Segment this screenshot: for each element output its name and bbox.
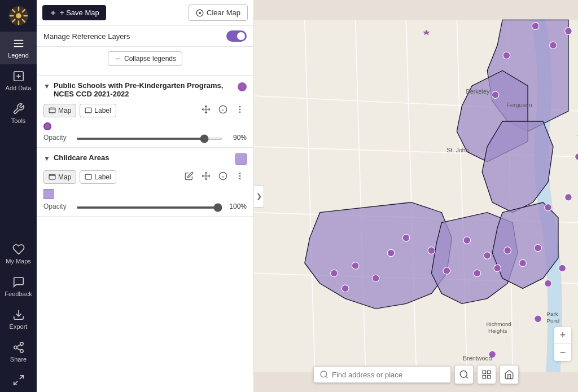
sidebar: Legend Add Data Tools My Maps Feedback E…: [0, 0, 37, 392]
panel-header: + Save Map Clear Map: [37, 0, 253, 26]
app-logo: [7, 5, 30, 27]
svg-point-85: [504, 247, 511, 254]
collapse-legends-row: Collapse legends: [37, 47, 253, 76]
layer-public-schools-more-button[interactable]: [233, 103, 247, 118]
home-button[interactable]: [500, 365, 519, 384]
layer-public-schools-title: Public Schools with Pre-Kindergarten Pro…: [54, 81, 234, 98]
svg-rect-121: [483, 376, 485, 378]
sidebar-item-export-label: Export: [10, 323, 28, 330]
opacity-slider-wrap: [76, 134, 222, 142]
map-area[interactable]: Halls Ferry Berkeley Ferguson Bellefonta…: [254, 0, 578, 392]
layer-childcare-controls: Map Label: [43, 169, 247, 184]
layer-public-schools-chevron[interactable]: ▼: [43, 82, 50, 90]
svg-point-83: [484, 252, 491, 259]
sidebar-item-add-data-label: Add Data: [6, 85, 32, 91]
opacity-label: Opacity: [43, 134, 72, 142]
sidebar-item-tools-label: Tools: [11, 117, 26, 124]
layer-childcare-more-button[interactable]: [233, 169, 247, 184]
sidebar-item-share[interactable]: Share: [0, 336, 37, 368]
polygon-symbol: [43, 189, 54, 199]
layer-childcare-label-tab[interactable]: Label: [80, 170, 116, 184]
collapse-legends-button[interactable]: Collapse legends: [108, 51, 182, 66]
sidebar-item-feedback[interactable]: Feedback: [0, 270, 37, 303]
clear-icon: [196, 9, 204, 17]
layer-public-schools-map-tab[interactable]: Map: [43, 104, 76, 117]
svg-point-117: [460, 371, 467, 377]
svg-point-89: [545, 280, 552, 287]
svg-text:Heights: Heights: [488, 328, 507, 334]
svg-text:Pond: Pond: [546, 318, 559, 324]
svg-line-21: [16, 345, 20, 347]
sidebar-item-feedback-label: Feedback: [5, 290, 32, 297]
layer-public-schools-label-tab[interactable]: Label: [80, 104, 116, 117]
svg-point-82: [463, 237, 471, 244]
sidebar-item-expand[interactable]: [0, 368, 37, 392]
grid-view-button[interactable]: [477, 365, 496, 384]
sidebar-item-legend[interactable]: Legend: [0, 32, 37, 64]
home-icon: [504, 369, 514, 380]
svg-point-81: [428, 247, 435, 254]
svg-point-84: [494, 265, 501, 272]
panel-collapse-button[interactable]: ❯: [254, 185, 264, 208]
svg-text:Richmond: Richmond: [486, 321, 511, 327]
layer-childcare: ▼ Childcare Areas Map Label: [37, 148, 253, 217]
point-symbol: [43, 122, 51, 130]
edit-icon: [185, 171, 194, 180]
search-icon: [319, 370, 329, 379]
zoom-out-button[interactable]: −: [554, 344, 571, 361]
zoom-controls: + −: [554, 327, 571, 361]
info-icon2: [218, 171, 227, 180]
sidebar-item-legend-label: Legend: [8, 52, 29, 59]
sidebar-item-export[interactable]: Export: [0, 303, 37, 336]
svg-point-94: [535, 315, 542, 323]
sidebar-item-add-data[interactable]: Add Data: [0, 64, 37, 97]
layer-childcare-info-button[interactable]: [216, 169, 230, 184]
svg-point-64: [550, 42, 557, 49]
layer-childcare-move-button[interactable]: [199, 169, 213, 184]
more-icon: [235, 105, 244, 114]
svg-line-20: [16, 348, 20, 350]
sidebar-item-tools[interactable]: Tools: [0, 97, 37, 130]
opacity-slider2[interactable]: [76, 206, 222, 209]
svg-point-80: [372, 275, 379, 282]
search-input[interactable]: [332, 371, 445, 379]
opacity-slider-wrap2: [76, 202, 222, 210]
layer-childcare-map-tab[interactable]: Map: [43, 170, 76, 184]
zoom-in-button[interactable]: +: [554, 327, 571, 344]
svg-point-63: [532, 23, 539, 30]
layer-public-schools: ▼ Public Schools with Pre-Kindergarten P…: [37, 76, 253, 148]
search-submit-button[interactable]: [454, 365, 474, 384]
svg-rect-39: [85, 174, 91, 179]
svg-point-9: [16, 13, 21, 19]
svg-point-90: [559, 265, 566, 272]
layer-public-schools-info-button[interactable]: [216, 103, 230, 118]
reference-layers-toggle[interactable]: [226, 30, 247, 42]
svg-point-75: [565, 193, 572, 201]
svg-rect-122: [488, 376, 491, 378]
svg-point-65: [503, 52, 510, 59]
svg-point-36: [239, 109, 240, 109]
svg-point-86: [474, 270, 481, 277]
svg-point-92: [341, 285, 349, 292]
layer-public-schools-move-button[interactable]: [199, 103, 213, 118]
svg-text:St. John: St. John: [446, 147, 469, 153]
collapse-icon: [114, 55, 121, 63]
svg-point-78: [387, 249, 395, 257]
opacity-label2: Opacity: [43, 202, 72, 210]
layer-childcare-edit-button[interactable]: [182, 169, 196, 184]
move-icon2: [202, 171, 211, 180]
save-map-button[interactable]: + Save Map: [42, 5, 106, 20]
opacity-slider[interactable]: [76, 138, 222, 140]
clear-map-button[interactable]: Clear Map: [189, 5, 248, 21]
sidebar-item-my-maps-label: My Maps: [6, 258, 31, 265]
save-icon: [49, 9, 57, 17]
layer-childcare-header: ▼ Childcare Areas: [43, 153, 247, 165]
svg-text:Ferguson: Ferguson: [506, 102, 532, 108]
reference-layers-label: Manage Reference Layers: [43, 32, 130, 41]
layer-childcare-color: [235, 153, 247, 165]
map-search-bar: [313, 365, 519, 384]
layer-childcare-title: Childcare Areas: [54, 153, 232, 162]
layer-childcare-chevron[interactable]: ▼: [43, 155, 50, 162]
sidebar-item-my-maps[interactable]: My Maps: [0, 237, 37, 270]
layer-public-schools-symbol: [43, 122, 247, 130]
